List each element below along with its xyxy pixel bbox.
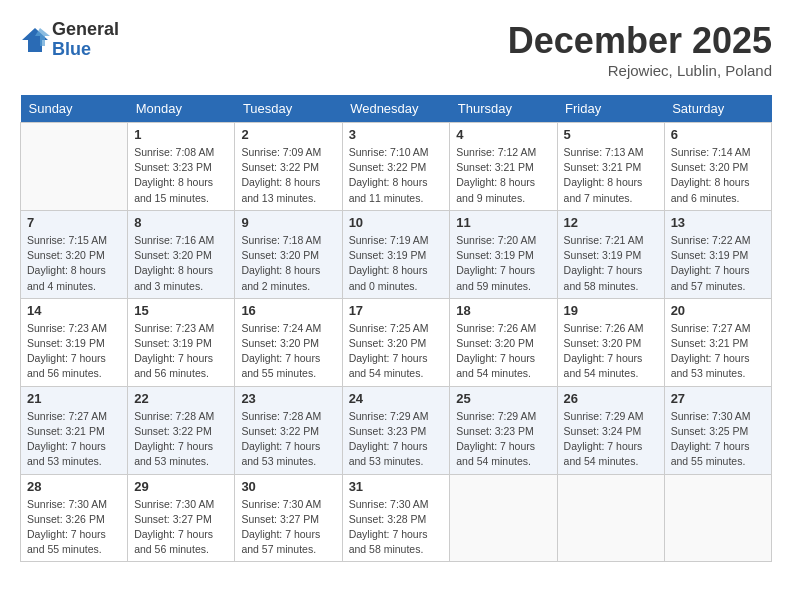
day-number: 10: [349, 215, 444, 230]
calendar-day-cell: 20Sunrise: 7:27 AMSunset: 3:21 PMDayligh…: [664, 298, 771, 386]
day-info: Sunrise: 7:27 AMSunset: 3:21 PMDaylight:…: [27, 409, 121, 470]
day-number: 20: [671, 303, 765, 318]
day-info: Sunrise: 7:23 AMSunset: 3:19 PMDaylight:…: [134, 321, 228, 382]
day-info: Sunrise: 7:26 AMSunset: 3:20 PMDaylight:…: [456, 321, 550, 382]
calendar-week-row: 7Sunrise: 7:15 AMSunset: 3:20 PMDaylight…: [21, 210, 772, 298]
calendar-week-row: 14Sunrise: 7:23 AMSunset: 3:19 PMDayligh…: [21, 298, 772, 386]
day-number: 27: [671, 391, 765, 406]
day-number: 26: [564, 391, 658, 406]
day-number: 4: [456, 127, 550, 142]
location: Rejowiec, Lublin, Poland: [508, 62, 772, 79]
logo-general-text: General: [52, 20, 119, 40]
calendar-day-cell: 19Sunrise: 7:26 AMSunset: 3:20 PMDayligh…: [557, 298, 664, 386]
day-number: 12: [564, 215, 658, 230]
day-info: Sunrise: 7:27 AMSunset: 3:21 PMDaylight:…: [671, 321, 765, 382]
calendar-day-cell: 26Sunrise: 7:29 AMSunset: 3:24 PMDayligh…: [557, 386, 664, 474]
day-info: Sunrise: 7:29 AMSunset: 3:24 PMDaylight:…: [564, 409, 658, 470]
day-info: Sunrise: 7:25 AMSunset: 3:20 PMDaylight:…: [349, 321, 444, 382]
day-info: Sunrise: 7:29 AMSunset: 3:23 PMDaylight:…: [349, 409, 444, 470]
logo-icon: [20, 26, 50, 54]
calendar-day-cell: 6Sunrise: 7:14 AMSunset: 3:20 PMDaylight…: [664, 123, 771, 211]
day-info: Sunrise: 7:23 AMSunset: 3:19 PMDaylight:…: [27, 321, 121, 382]
day-info: Sunrise: 7:26 AMSunset: 3:20 PMDaylight:…: [564, 321, 658, 382]
calendar-day-cell: 22Sunrise: 7:28 AMSunset: 3:22 PMDayligh…: [128, 386, 235, 474]
day-number: 30: [241, 479, 335, 494]
calendar-day-cell: 17Sunrise: 7:25 AMSunset: 3:20 PMDayligh…: [342, 298, 450, 386]
day-info: Sunrise: 7:08 AMSunset: 3:23 PMDaylight:…: [134, 145, 228, 206]
calendar-day-cell: 9Sunrise: 7:18 AMSunset: 3:20 PMDaylight…: [235, 210, 342, 298]
day-number: 31: [349, 479, 444, 494]
calendar-day-cell: 5Sunrise: 7:13 AMSunset: 3:21 PMDaylight…: [557, 123, 664, 211]
calendar-table: SundayMondayTuesdayWednesdayThursdayFrid…: [20, 95, 772, 562]
day-info: Sunrise: 7:30 AMSunset: 3:28 PMDaylight:…: [349, 497, 444, 558]
day-of-week-header: Thursday: [450, 95, 557, 123]
day-number: 28: [27, 479, 121, 494]
day-info: Sunrise: 7:15 AMSunset: 3:20 PMDaylight:…: [27, 233, 121, 294]
day-info: Sunrise: 7:24 AMSunset: 3:20 PMDaylight:…: [241, 321, 335, 382]
calendar-day-cell: 29Sunrise: 7:30 AMSunset: 3:27 PMDayligh…: [128, 474, 235, 562]
calendar-day-cell: 27Sunrise: 7:30 AMSunset: 3:25 PMDayligh…: [664, 386, 771, 474]
day-info: Sunrise: 7:30 AMSunset: 3:27 PMDaylight:…: [134, 497, 228, 558]
day-number: 6: [671, 127, 765, 142]
calendar-day-cell: 18Sunrise: 7:26 AMSunset: 3:20 PMDayligh…: [450, 298, 557, 386]
page-header: General Blue December 2025 Rejowiec, Lub…: [20, 20, 772, 79]
day-info: Sunrise: 7:30 AMSunset: 3:25 PMDaylight:…: [671, 409, 765, 470]
day-info: Sunrise: 7:10 AMSunset: 3:22 PMDaylight:…: [349, 145, 444, 206]
calendar-day-cell: 4Sunrise: 7:12 AMSunset: 3:21 PMDaylight…: [450, 123, 557, 211]
day-number: 16: [241, 303, 335, 318]
day-number: 9: [241, 215, 335, 230]
calendar-day-cell: 10Sunrise: 7:19 AMSunset: 3:19 PMDayligh…: [342, 210, 450, 298]
calendar-day-cell: 28Sunrise: 7:30 AMSunset: 3:26 PMDayligh…: [21, 474, 128, 562]
day-info: Sunrise: 7:14 AMSunset: 3:20 PMDaylight:…: [671, 145, 765, 206]
calendar-day-cell: [21, 123, 128, 211]
day-info: Sunrise: 7:22 AMSunset: 3:19 PMDaylight:…: [671, 233, 765, 294]
day-number: 25: [456, 391, 550, 406]
calendar-day-cell: 15Sunrise: 7:23 AMSunset: 3:19 PMDayligh…: [128, 298, 235, 386]
day-number: 11: [456, 215, 550, 230]
day-number: 1: [134, 127, 228, 142]
day-number: 13: [671, 215, 765, 230]
calendar-week-row: 1Sunrise: 7:08 AMSunset: 3:23 PMDaylight…: [21, 123, 772, 211]
calendar-day-cell: 11Sunrise: 7:20 AMSunset: 3:19 PMDayligh…: [450, 210, 557, 298]
day-number: 15: [134, 303, 228, 318]
calendar-day-cell: 23Sunrise: 7:28 AMSunset: 3:22 PMDayligh…: [235, 386, 342, 474]
day-number: 3: [349, 127, 444, 142]
calendar-day-cell: 7Sunrise: 7:15 AMSunset: 3:20 PMDaylight…: [21, 210, 128, 298]
day-number: 29: [134, 479, 228, 494]
day-of-week-header: Friday: [557, 95, 664, 123]
day-number: 24: [349, 391, 444, 406]
day-number: 8: [134, 215, 228, 230]
day-number: 19: [564, 303, 658, 318]
day-of-week-header: Sunday: [21, 95, 128, 123]
month-title: December 2025: [508, 20, 772, 62]
day-of-week-header: Monday: [128, 95, 235, 123]
day-info: Sunrise: 7:12 AMSunset: 3:21 PMDaylight:…: [456, 145, 550, 206]
day-of-week-header: Saturday: [664, 95, 771, 123]
calendar-day-cell: [450, 474, 557, 562]
calendar-day-cell: 12Sunrise: 7:21 AMSunset: 3:19 PMDayligh…: [557, 210, 664, 298]
calendar-day-cell: 8Sunrise: 7:16 AMSunset: 3:20 PMDaylight…: [128, 210, 235, 298]
calendar-day-cell: 25Sunrise: 7:29 AMSunset: 3:23 PMDayligh…: [450, 386, 557, 474]
day-info: Sunrise: 7:09 AMSunset: 3:22 PMDaylight:…: [241, 145, 335, 206]
calendar-day-cell: 1Sunrise: 7:08 AMSunset: 3:23 PMDaylight…: [128, 123, 235, 211]
day-number: 23: [241, 391, 335, 406]
title-section: December 2025 Rejowiec, Lublin, Poland: [508, 20, 772, 79]
day-info: Sunrise: 7:16 AMSunset: 3:20 PMDaylight:…: [134, 233, 228, 294]
calendar-day-cell: 13Sunrise: 7:22 AMSunset: 3:19 PMDayligh…: [664, 210, 771, 298]
day-info: Sunrise: 7:18 AMSunset: 3:20 PMDaylight:…: [241, 233, 335, 294]
day-number: 5: [564, 127, 658, 142]
calendar-day-cell: [557, 474, 664, 562]
calendar-day-cell: 14Sunrise: 7:23 AMSunset: 3:19 PMDayligh…: [21, 298, 128, 386]
day-info: Sunrise: 7:30 AMSunset: 3:27 PMDaylight:…: [241, 497, 335, 558]
logo: General Blue: [20, 20, 119, 60]
calendar-week-row: 21Sunrise: 7:27 AMSunset: 3:21 PMDayligh…: [21, 386, 772, 474]
calendar-day-cell: 21Sunrise: 7:27 AMSunset: 3:21 PMDayligh…: [21, 386, 128, 474]
day-number: 14: [27, 303, 121, 318]
calendar-day-cell: [664, 474, 771, 562]
day-number: 22: [134, 391, 228, 406]
calendar-day-cell: 31Sunrise: 7:30 AMSunset: 3:28 PMDayligh…: [342, 474, 450, 562]
day-info: Sunrise: 7:21 AMSunset: 3:19 PMDaylight:…: [564, 233, 658, 294]
day-number: 17: [349, 303, 444, 318]
day-info: Sunrise: 7:13 AMSunset: 3:21 PMDaylight:…: [564, 145, 658, 206]
calendar-header-row: SundayMondayTuesdayWednesdayThursdayFrid…: [21, 95, 772, 123]
